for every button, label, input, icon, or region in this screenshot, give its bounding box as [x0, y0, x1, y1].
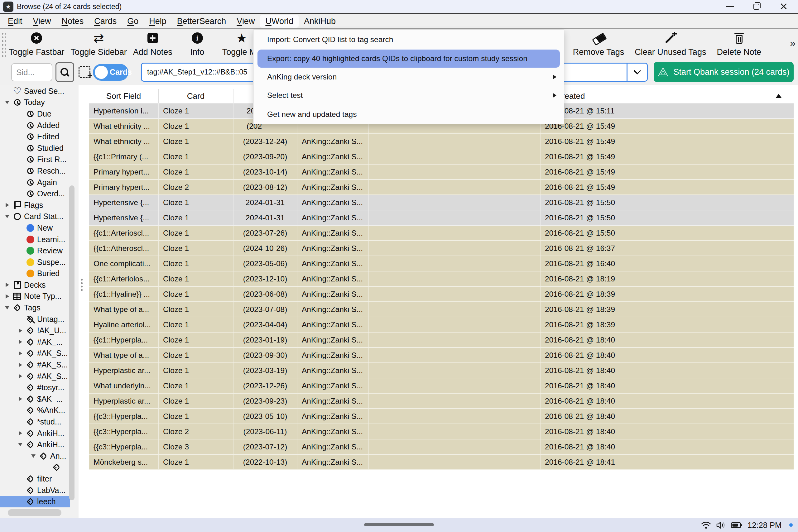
sidebar-item[interactable]: LabVa...: [0, 484, 70, 496]
caret-icon[interactable]: [2, 211, 12, 223]
sidebar-item[interactable]: leech: [0, 496, 70, 507]
sidebar-item[interactable]: Tags: [0, 302, 70, 314]
close-button[interactable]: [773, 0, 794, 13]
sidebar-item[interactable]: AnkiH...: [0, 428, 70, 439]
table-row[interactable]: What underlyin... Cloze 1 (2023-12-26) A…: [89, 378, 794, 394]
sidebar-item[interactable]: Untag...: [0, 314, 70, 325]
caret-icon[interactable]: [16, 336, 25, 348]
cards-notes-toggle[interactable]: Cards: [93, 64, 129, 81]
toolbar-overflow-chevron-icon[interactable]: »: [790, 37, 796, 49]
sidebar-item[interactable]: Due: [0, 108, 70, 120]
sidebar-item[interactable]: %AnK...: [0, 405, 70, 416]
clock[interactable]: 12:28 PM: [747, 521, 781, 530]
caret-icon[interactable]: [16, 177, 25, 188]
sidebar-item[interactable]: #AK_...: [0, 336, 70, 348]
toolbar-button[interactable]: Toggle Sidebar: [71, 31, 127, 57]
menubar-item[interactable]: BetterSearch: [172, 15, 232, 28]
uworld-menu-item[interactable]: Select test: [253, 86, 564, 105]
sidebar-item[interactable]: #AK_S...: [0, 370, 70, 382]
sidebar-horizontal-scrollbar[interactable]: [8, 509, 61, 516]
sidebar-item[interactable]: Studied: [0, 142, 70, 154]
sidebar-item[interactable]: Today: [0, 97, 70, 109]
taskbar-handle[interactable]: [364, 523, 434, 526]
table-row[interactable]: Hypertensive {... Cloze 1 2024-01-31 AnK…: [89, 210, 794, 226]
sidebar-item[interactable]: filter: [0, 473, 70, 484]
search-history-dropdown-button[interactable]: [627, 63, 647, 81]
sidebar-item[interactable]: Resch...: [0, 165, 70, 177]
caret-icon[interactable]: [2, 200, 12, 211]
menubar-item[interactable]: Edit: [2, 15, 28, 28]
selection-mode-icon[interactable]: [79, 66, 90, 78]
sidebar-item[interactable]: Flags: [0, 200, 70, 211]
caret-icon[interactable]: [29, 450, 38, 462]
caret-icon[interactable]: [16, 142, 25, 154]
sidebar-item[interactable]: Decks: [0, 279, 70, 291]
sidebar-item[interactable]: #AK_S...: [0, 359, 70, 370]
uworld-menu-item[interactable]: Export: copy 40 highlighted cards QIDs t…: [258, 50, 560, 68]
menubar-item[interactable]: AnkiHub: [299, 15, 341, 28]
sidebar-item[interactable]: Card Stat...: [0, 211, 70, 223]
sidebar-item[interactable]: *stud...: [0, 416, 70, 428]
sidebar-item[interactable]: !AK_U...: [0, 325, 70, 336]
sidebar-item[interactable]: #tosyr...: [0, 382, 70, 393]
caret-icon[interactable]: [2, 291, 12, 302]
table-row[interactable]: Hyaline arteriol... Cloze 1 (2023-04-04)…: [89, 317, 794, 332]
table-row[interactable]: What ethnicity ... Cloze 1 (2023-12-24) …: [89, 134, 794, 149]
caret-icon[interactable]: [16, 314, 25, 325]
sidebar-item[interactable]: Suspe...: [0, 256, 70, 268]
caret-icon[interactable]: [16, 131, 25, 142]
caret-icon[interactable]: [16, 416, 25, 428]
sidebar-item[interactable]: AnkiH...: [0, 439, 70, 450]
sidebar-vertical-scrollbar[interactable]: [69, 186, 75, 500]
caret-icon[interactable]: [16, 154, 25, 166]
menubar-item[interactable]: Go: [122, 15, 144, 28]
menubar-item[interactable]: UWorld: [260, 15, 299, 28]
sidebar-item[interactable]: #AK_S...: [0, 348, 70, 359]
sidebar-filter-input[interactable]: [11, 63, 52, 81]
sidebar-item[interactable]: Added: [0, 120, 70, 131]
restore-button[interactable]: [746, 0, 766, 13]
caret-icon[interactable]: [16, 484, 25, 496]
sidebar-item[interactable]: Edited: [0, 131, 70, 142]
sidebar-item[interactable]: [0, 462, 70, 473]
caret-icon[interactable]: [42, 462, 51, 473]
caret-icon[interactable]: [16, 268, 25, 280]
table-row[interactable]: Primary hypert... Cloze 2 (2023-08-12) A…: [89, 180, 794, 195]
sidebar-item[interactable]: An...: [0, 450, 70, 462]
system-tray[interactable]: [701, 519, 742, 531]
caret-icon[interactable]: [16, 428, 25, 439]
menubar-item[interactable]: View: [231, 15, 260, 28]
caret-icon[interactable]: [16, 165, 25, 177]
column-header-sort-field[interactable]: Sort Field: [89, 89, 159, 103]
menubar-item[interactable]: Notes: [56, 15, 89, 28]
table-row[interactable]: One complicati... Cloze 1 (2023-05-06) A…: [89, 256, 794, 271]
toolbar-button[interactable]: Delete Note: [717, 31, 761, 57]
caret-icon[interactable]: [16, 188, 25, 200]
sidebar-item[interactable]: Review: [0, 245, 70, 256]
sidebar-item[interactable]: Saved Se...: [0, 86, 70, 97]
table-row[interactable]: {{c3::Hyperpla... Cloze 2 (2023-06-11) A…: [89, 424, 794, 439]
table-row[interactable]: {{c3::Hyperpla... Cloze 1 (2023-05-10) A…: [89, 409, 794, 424]
toolbar-button[interactable]: Clear Unused Tags: [635, 31, 706, 57]
caret-icon[interactable]: [16, 382, 25, 393]
sidebar-item[interactable]: Note Typ...: [0, 291, 70, 302]
sidebar-item[interactable]: Learni...: [0, 234, 70, 245]
uworld-menu-item[interactable]: Get new and updated tags: [253, 105, 564, 124]
menubar-item[interactable]: Help: [144, 15, 172, 28]
table-row[interactable]: {{c1::Primary (... Cloze 1 (2023-09-20) …: [89, 149, 794, 165]
caret-icon[interactable]: [16, 108, 25, 120]
caret-icon[interactable]: [16, 234, 25, 245]
start-qbank-session-button[interactable]: Start Qbank session (24 cards): [654, 62, 794, 82]
menubar-item[interactable]: View: [28, 15, 56, 28]
minimize-button[interactable]: [720, 0, 740, 13]
menubar-item[interactable]: Cards: [89, 15, 122, 28]
caret-icon[interactable]: [2, 97, 12, 109]
toolbar-button[interactable]: Info: [178, 31, 216, 57]
caret-icon[interactable]: [16, 222, 25, 234]
caret-icon[interactable]: [16, 370, 25, 382]
sidebar-item[interactable]: $AK_...: [0, 393, 70, 405]
caret-icon[interactable]: [16, 359, 25, 370]
table-row[interactable]: {{c1::Arterioscl... Cloze 1 (2023-07-26)…: [89, 226, 794, 241]
sidebar-item[interactable]: Again: [0, 177, 70, 188]
table-row[interactable]: {{c1::Arteriolos... Cloze 1 (2023-12-10)…: [89, 271, 794, 287]
